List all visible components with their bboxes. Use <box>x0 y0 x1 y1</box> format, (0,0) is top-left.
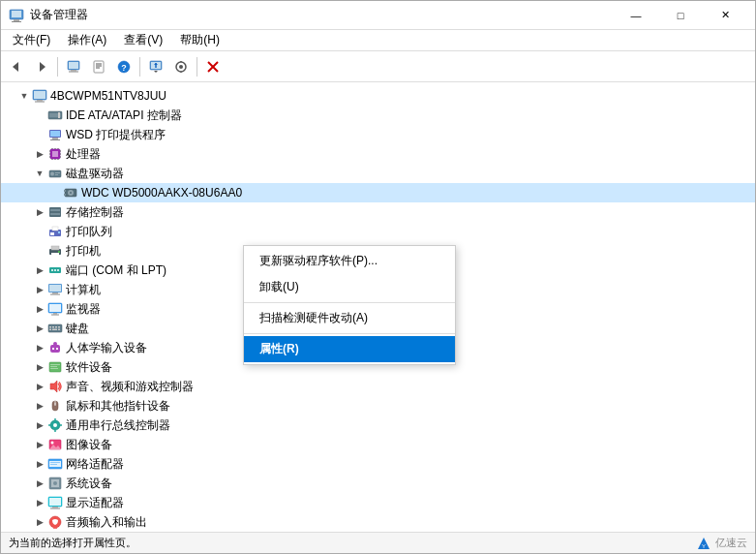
audio-icon <box>47 379 63 394</box>
ctx-properties[interactable]: 属性(R) <box>244 336 455 362</box>
svg-rect-91 <box>58 329 60 331</box>
title-controls: — □ ✕ <box>614 1 747 30</box>
maximize-button[interactable]: □ <box>658 1 703 30</box>
list-item[interactable]: ▶ 存储控制器 <box>1 202 755 222</box>
list-item[interactable]: ▼ 磁盘驱动器 <box>1 164 755 183</box>
toolbar-back-button[interactable] <box>5 55 28 78</box>
device-tree[interactable]: ▼ 4BCWPM51NTV8JUU <box>1 82 755 532</box>
toolbar-sep-2 <box>139 57 140 77</box>
printq-icon <box>47 224 63 239</box>
svg-rect-35 <box>52 138 58 139</box>
svg-rect-29 <box>37 100 43 102</box>
watermark-text: 亿速云 <box>715 536 747 550</box>
list-item[interactable]: ▶ <box>1 144 755 164</box>
svg-rect-84 <box>48 324 62 332</box>
mouse-label: 鼠标和其他指针设备 <box>66 398 170 415</box>
menu-file[interactable]: 文件(F) <box>5 30 58 50</box>
image-icon <box>47 437 63 452</box>
svg-point-105 <box>53 423 57 427</box>
list-item[interactable]: ▶ 声音、视频和游戏控制器 <box>1 377 755 396</box>
svg-rect-69 <box>51 246 59 250</box>
ctx-update-driver[interactable]: 更新驱动程序软件(P)... <box>244 248 455 274</box>
serial-icon <box>47 417 63 433</box>
svg-rect-86 <box>52 326 54 328</box>
svg-rect-88 <box>58 326 60 328</box>
svg-rect-77 <box>49 285 61 292</box>
svg-rect-121 <box>49 498 61 506</box>
menu-help[interactable]: 帮助(H) <box>172 30 227 50</box>
computer-icon <box>47 282 63 297</box>
image-label: 图像设备 <box>66 437 112 453</box>
svg-point-111 <box>51 442 54 445</box>
svg-rect-57 <box>64 190 66 192</box>
mouse-icon <box>47 398 63 414</box>
svg-rect-116 <box>50 464 57 465</box>
root-computer-icon <box>32 88 47 104</box>
svg-rect-89 <box>49 329 51 331</box>
list-item[interactable]: ▶ 网络适配器 <box>1 454 755 474</box>
svg-rect-98 <box>50 366 57 367</box>
list-item[interactable]: ▶ 系统设备 <box>1 474 755 493</box>
toolbar-scan-button[interactable] <box>169 55 193 78</box>
network-label: 网络适配器 <box>66 456 124 473</box>
toolbar-properties-button[interactable] <box>87 55 110 78</box>
menu-view[interactable]: 查看(V) <box>116 30 170 50</box>
svg-point-93 <box>53 342 57 346</box>
svg-point-103 <box>54 403 56 405</box>
close-button[interactable]: ✕ <box>703 1 747 30</box>
toolbar-sep-3 <box>197 57 197 77</box>
svg-rect-78 <box>52 292 58 294</box>
svg-rect-82 <box>53 313 57 315</box>
toolbar: ? <box>1 51 755 82</box>
ide-label: IDE ATA/ATAPI 控制器 <box>66 108 182 124</box>
svg-rect-92 <box>50 345 60 353</box>
svg-point-53 <box>50 172 54 176</box>
list-item[interactable]: ▶ 通用串行总线控制器 <box>1 416 755 435</box>
tree-root[interactable]: ▼ 4BCWPM51NTV8JUU <box>1 86 755 106</box>
window-icon <box>9 8 24 23</box>
svg-marker-5 <box>40 62 45 72</box>
list-item[interactable]: ▶ 图像设备 <box>1 435 755 454</box>
computer-label: 计算机 <box>66 282 101 298</box>
toolbar-update-button[interactable] <box>144 55 167 78</box>
list-item[interactable]: 打印队列 <box>1 222 755 241</box>
root-label: 4BCWPM51NTV8JUU <box>50 89 166 103</box>
wsd-icon <box>47 127 63 142</box>
list-item[interactable]: ▶ 显示适配器 <box>1 493 755 512</box>
list-item[interactable]: WSD 打印提供程序 <box>1 125 755 144</box>
software-icon <box>47 359 63 375</box>
software-label: 软件设备 <box>66 359 112 376</box>
ctx-scan[interactable]: 扫描检测硬件改动(A) <box>244 305 455 331</box>
svg-rect-37 <box>50 131 60 137</box>
svg-rect-85 <box>49 326 51 328</box>
svg-rect-62 <box>50 209 60 211</box>
port-label: 端口 (COM 和 LPT) <box>66 262 166 279</box>
minimize-button[interactable]: — <box>614 1 658 30</box>
menu-action[interactable]: 操作(A) <box>60 30 114 50</box>
list-item[interactable]: IDE ATA/ATAPI 控制器 <box>1 106 755 125</box>
toolbar-delete-button[interactable] <box>201 55 225 78</box>
list-item[interactable]: ▶ 鼠标和其他指针设备 <box>1 396 755 416</box>
list-item[interactable]: WDC WD5000AAKX-08U6AA0 <box>1 183 755 202</box>
svg-rect-65 <box>52 227 58 231</box>
svg-point-119 <box>53 481 57 485</box>
svg-marker-4 <box>13 62 18 72</box>
svg-rect-87 <box>55 326 57 328</box>
svg-rect-30 <box>35 102 45 103</box>
list-item[interactable]: ▶ 音频输入和输出 <box>1 512 755 532</box>
svg-rect-95 <box>56 348 58 350</box>
printer-icon <box>47 243 63 259</box>
toolbar-forward-button[interactable] <box>30 55 53 78</box>
watermark: Y 亿速云 <box>696 536 747 551</box>
toolbar-help-button[interactable]: ? <box>112 55 136 78</box>
title-bar-left: 设备管理器 <box>9 7 88 23</box>
svg-rect-61 <box>49 207 61 217</box>
ctx-uninstall[interactable]: 卸载(U) <box>244 274 455 300</box>
svg-rect-90 <box>52 329 57 331</box>
svg-rect-70 <box>51 253 59 257</box>
toolbar-sep-1 <box>57 57 58 77</box>
svg-rect-115 <box>50 462 60 463</box>
svg-rect-63 <box>50 213 60 215</box>
hid-label: 人体学输入设备 <box>66 340 147 356</box>
toolbar-computer-button[interactable] <box>62 55 85 78</box>
